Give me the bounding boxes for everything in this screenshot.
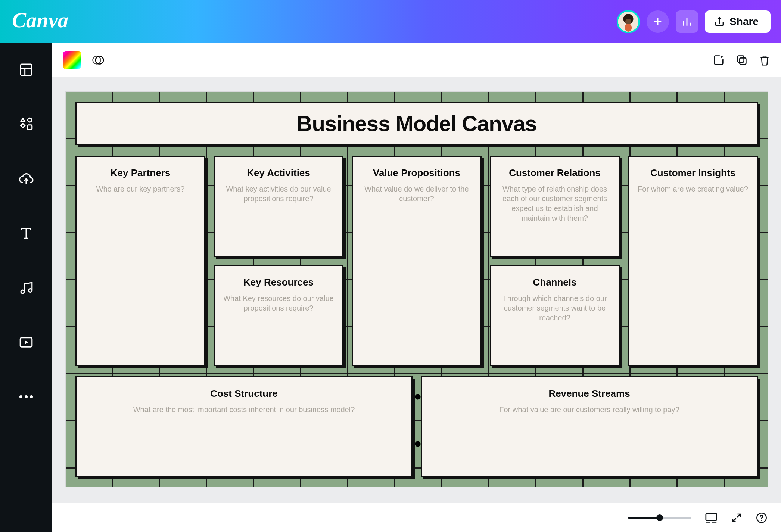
transparency-icon — [91, 53, 105, 67]
bar-chart-icon — [681, 16, 693, 28]
context-toolbar — [52, 43, 781, 77]
card-prompt: What type of relathionship does each of … — [498, 184, 612, 223]
card-prompt: What key activities do our value proposi… — [221, 184, 336, 203]
card-title: Key Activities — [221, 167, 336, 179]
sidebar-videos[interactable] — [18, 334, 35, 351]
bmc-card-key-partners[interactable]: Key Partners Who are our key partners? — [75, 156, 205, 366]
bottom-bar — [52, 503, 781, 532]
sidebar-elements[interactable] — [18, 116, 35, 133]
svg-rect-7 — [28, 125, 32, 130]
card-prompt: What value do we deliver to the customer… — [360, 184, 474, 203]
templates-icon — [19, 62, 34, 77]
app-header: Canva Share — [0, 0, 781, 43]
design-stage[interactable]: Business Model Canvas Key Partners Who a… — [52, 77, 781, 503]
svg-point-6 — [28, 118, 32, 122]
sidebar-audio[interactable] — [18, 279, 35, 296]
bmc-card-customer-relations[interactable]: Customer Relations What type of relathio… — [490, 156, 620, 257]
svg-point-22 — [761, 520, 762, 521]
svg-point-13 — [30, 395, 33, 398]
bmc-col-activities-resources: Key Activities What key activities do ou… — [214, 156, 343, 366]
main-area: Business Model Canvas Key Partners Who a… — [0, 43, 781, 532]
help-icon — [756, 512, 768, 524]
add-page-button[interactable] — [712, 54, 725, 66]
bmc-grid-row: Key Partners Who are our key partners? K… — [75, 156, 758, 366]
fullscreen-icon — [731, 512, 742, 523]
card-title: Value Propositions — [360, 167, 474, 179]
left-rail — [0, 43, 52, 532]
svg-rect-5 — [21, 64, 32, 75]
svg-point-11 — [19, 395, 22, 398]
context-left — [63, 51, 105, 69]
sidebar-more[interactable] — [18, 388, 35, 405]
header-right: Share — [617, 10, 771, 33]
card-prompt: For what value are our customers really … — [429, 405, 750, 414]
analytics-button[interactable] — [676, 10, 698, 33]
share-label: Share — [729, 16, 759, 28]
bmc-title: Business Model Canvas — [77, 111, 757, 136]
page-view-button[interactable] — [705, 512, 718, 523]
music-icon — [18, 280, 34, 296]
card-title: Revenue Streams — [429, 388, 750, 399]
bmc-card-value-propositions[interactable]: Value Propositions What value do we deli… — [352, 156, 482, 366]
duplicate-page-button[interactable] — [735, 54, 748, 66]
text-icon — [19, 226, 34, 241]
page-view-icon — [705, 512, 718, 523]
bmc-card-key-resources[interactable]: Key Resources What Key resources do our … — [214, 265, 343, 366]
fullscreen-button[interactable] — [731, 512, 742, 523]
svg-rect-19 — [738, 56, 744, 62]
svg-point-12 — [25, 395, 28, 398]
card-title: Channels — [498, 277, 612, 288]
card-prompt: Who are our key partners? — [83, 184, 197, 194]
background-color-button[interactable] — [63, 51, 81, 69]
duplicate-icon — [735, 54, 748, 66]
svg-text:Canva: Canva — [12, 10, 68, 32]
card-prompt: What are the most important costs inhere… — [83, 405, 405, 414]
help-button[interactable] — [756, 512, 768, 524]
bmc-card-channels[interactable]: Channels Through which channels do our c… — [490, 265, 620, 366]
elements-icon — [18, 116, 34, 132]
bmc-bottom-row: Cost Structure What are the most importa… — [75, 376, 758, 477]
bmc-card-cost-structure[interactable]: Cost Structure What are the most importa… — [75, 376, 413, 477]
svg-rect-4 — [625, 24, 632, 32]
trash-icon — [759, 54, 771, 66]
avatar[interactable] — [617, 10, 640, 33]
bmc-col-relations-channels: Customer Relations What type of relathio… — [490, 156, 620, 366]
sidebar-text[interactable] — [18, 225, 35, 242]
svg-rect-18 — [740, 58, 746, 64]
sidebar-uploads[interactable] — [18, 170, 35, 187]
canvas-page[interactable]: Business Model Canvas Key Partners Who a… — [66, 92, 768, 487]
context-right — [712, 54, 771, 66]
card-title: Customer Relations — [498, 167, 612, 179]
bmc-card-revenue-streams[interactable]: Revenue Streams For what value are our c… — [421, 376, 758, 477]
share-icon — [714, 16, 725, 27]
zoom-slider-fill — [628, 517, 660, 519]
card-title: Cost Structure — [83, 388, 405, 399]
card-title: Customer Insights — [636, 167, 750, 179]
card-prompt: What Key resources do our value proposit… — [221, 293, 336, 313]
card-title: Key Partners — [83, 167, 197, 179]
invite-button[interactable] — [647, 10, 669, 33]
bmc-title-box[interactable]: Business Model Canvas — [75, 102, 758, 145]
svg-rect-20 — [706, 513, 716, 520]
card-prompt: For whom are we creating value? — [636, 184, 750, 194]
canva-logo[interactable]: Canva — [10, 10, 78, 33]
cloud-upload-icon — [18, 171, 34, 187]
add-page-icon — [712, 54, 725, 66]
work-column: Business Model Canvas Key Partners Who a… — [52, 43, 781, 532]
more-icon — [18, 395, 34, 399]
canvas-inner: Business Model Canvas Key Partners Who a… — [75, 102, 758, 477]
card-title: Key Resources — [221, 277, 336, 288]
delete-page-button[interactable] — [759, 54, 771, 66]
bmc-card-customer-insights[interactable]: Customer Insights For whom are we creati… — [628, 156, 758, 366]
zoom-slider-thumb[interactable] — [656, 514, 663, 521]
zoom-slider[interactable] — [628, 517, 691, 519]
share-button[interactable]: Share — [705, 10, 771, 33]
svg-point-9 — [29, 289, 32, 292]
plus-icon — [652, 16, 664, 28]
bmc-card-key-activities[interactable]: Key Activities What key activities do ou… — [214, 156, 343, 257]
sidebar-templates[interactable] — [18, 61, 35, 78]
card-prompt: Through which channels do our customer s… — [498, 293, 612, 323]
svg-point-8 — [21, 290, 24, 293]
transparency-button[interactable] — [90, 53, 105, 68]
video-icon — [18, 335, 34, 350]
